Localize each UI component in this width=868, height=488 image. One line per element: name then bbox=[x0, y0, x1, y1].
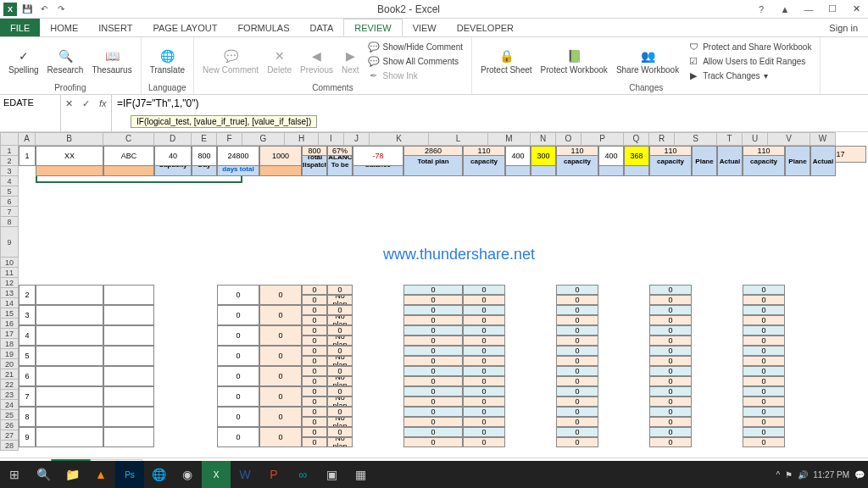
r5-c1[interactable]: 0 bbox=[463, 346, 505, 356]
r6-d1c2[interactable]: 0 bbox=[556, 376, 598, 386]
row-19[interactable]: 19 bbox=[0, 349, 19, 359]
r8-d2c[interactable]: 0 bbox=[649, 407, 692, 417]
clock[interactable]: 11:27 PM bbox=[813, 470, 849, 480]
share-workbook-button[interactable]: 👥Share Workbook bbox=[613, 46, 682, 76]
row-22[interactable]: 22 bbox=[0, 380, 19, 390]
r1-d2p[interactable]: 400 bbox=[598, 146, 624, 166]
ppt-icon[interactable]: P bbox=[259, 461, 288, 488]
data-tab[interactable]: DATA bbox=[300, 19, 344, 36]
r8-sch[interactable]: 0 bbox=[259, 407, 302, 427]
ps-icon[interactable]: Ps bbox=[115, 461, 144, 488]
sign-in-link[interactable]: Sign in bbox=[819, 19, 868, 36]
r8-no[interactable]: 8 bbox=[19, 407, 36, 427]
r6-mwd[interactable]: 0 bbox=[217, 366, 259, 386]
r6-c2[interactable]: 0 bbox=[463, 376, 505, 386]
r6-d1c[interactable]: 0 bbox=[556, 366, 598, 376]
r8-c1[interactable]: 0 bbox=[463, 407, 505, 417]
maximize-icon[interactable]: ☐ bbox=[821, 0, 844, 19]
r1-d2c2[interactable]: 110 bbox=[649, 146, 692, 156]
row-27[interactable]: 27 bbox=[0, 430, 19, 441]
r2-d1c[interactable]: 0 bbox=[556, 285, 598, 295]
col-J[interactable]: J bbox=[344, 132, 370, 146]
r8-d1c[interactable]: 0 bbox=[556, 407, 598, 417]
r2-part[interactable] bbox=[103, 285, 154, 305]
r8-c2[interactable]: 0 bbox=[463, 417, 505, 427]
row-16[interactable]: 16 bbox=[0, 319, 19, 329]
r9-d1c[interactable]: 0 bbox=[556, 427, 598, 437]
r3-d1c2[interactable]: 0 bbox=[556, 315, 598, 325]
r2-tp1[interactable]: 0 bbox=[403, 285, 463, 295]
r9-desc[interactable] bbox=[36, 427, 103, 447]
row-4[interactable]: 4 bbox=[0, 176, 19, 186]
row-10[interactable]: 10 bbox=[0, 258, 19, 268]
r8-bal1[interactable]: 0 bbox=[327, 407, 353, 417]
r4-bal2[interactable]: No plan bbox=[327, 336, 353, 346]
r2-bal2[interactable]: No plan bbox=[327, 295, 353, 305]
r1-desc[interactable]: XX bbox=[36, 146, 103, 166]
vlc-icon[interactable]: ▲ bbox=[86, 461, 115, 488]
r2-d2c2[interactable]: 0 bbox=[649, 295, 692, 305]
r7-td1[interactable]: 0 bbox=[302, 386, 327, 396]
r9-d2c2[interactable]: 0 bbox=[649, 437, 692, 447]
r7-sch[interactable]: 0 bbox=[259, 386, 302, 407]
col-F[interactable]: F bbox=[217, 132, 242, 146]
r2-tp2[interactable]: 0 bbox=[403, 295, 463, 305]
r3-d3c2[interactable]: 0 bbox=[743, 315, 785, 325]
tray-flag-icon[interactable]: ⚑ bbox=[785, 470, 793, 480]
r5-d3c2[interactable]: 0 bbox=[743, 356, 785, 366]
r8-td1[interactable]: 0 bbox=[302, 407, 327, 417]
r9-bal2[interactable]: No plan bbox=[327, 437, 353, 447]
browser-icon[interactable]: 🌐 bbox=[144, 461, 173, 488]
r9-tp1[interactable]: 0 bbox=[403, 427, 463, 437]
r3-d1c[interactable]: 0 bbox=[556, 305, 598, 315]
r3-c2[interactable]: 0 bbox=[463, 315, 505, 325]
row-15[interactable]: 15 bbox=[0, 308, 19, 319]
r1-part[interactable]: ABC bbox=[103, 146, 154, 166]
col-C[interactable]: C bbox=[103, 132, 154, 146]
r4-tp2[interactable]: 0 bbox=[403, 336, 463, 346]
r7-desc[interactable] bbox=[36, 386, 103, 407]
prev-comment-button[interactable]: ◀Previous bbox=[297, 46, 337, 76]
excel-task-icon[interactable]: X bbox=[202, 461, 231, 488]
r9-td2[interactable]: 0 bbox=[302, 437, 327, 447]
r5-mwd[interactable]: 0 bbox=[217, 346, 259, 366]
file-tab[interactable]: FILE bbox=[0, 19, 40, 36]
r1-d1c2[interactable]: 110 bbox=[556, 146, 598, 156]
r1-cap2[interactable]: 110 bbox=[463, 146, 505, 156]
row-23[interactable]: 23 bbox=[0, 390, 19, 400]
r1-td[interactable]: 800 bbox=[192, 146, 217, 166]
row-7[interactable]: 7 bbox=[0, 207, 19, 217]
r3-no[interactable]: 3 bbox=[19, 305, 36, 325]
r7-tp1[interactable]: 0 bbox=[403, 386, 463, 396]
redo-icon[interactable]: ↷ bbox=[54, 3, 68, 16]
r6-no[interactable]: 6 bbox=[19, 366, 36, 386]
col-T[interactable]: T bbox=[717, 132, 743, 146]
col-O[interactable]: O bbox=[556, 132, 581, 146]
r3-d2c2[interactable]: 0 bbox=[649, 315, 692, 325]
col-G[interactable]: G bbox=[242, 132, 285, 146]
row-14[interactable]: 14 bbox=[0, 298, 19, 308]
r8-tp1[interactable]: 0 bbox=[403, 407, 463, 417]
view-tab[interactable]: VIEW bbox=[403, 19, 447, 36]
r1-d1p[interactable]: 400 bbox=[505, 146, 531, 166]
r2-desc[interactable] bbox=[36, 285, 103, 305]
r4-mwd[interactable]: 0 bbox=[217, 325, 259, 346]
row-21[interactable]: 21 bbox=[0, 369, 19, 380]
r4-no[interactable]: 4 bbox=[19, 325, 36, 346]
r7-c1[interactable]: 0 bbox=[463, 386, 505, 396]
r9-tp2[interactable]: 0 bbox=[403, 437, 463, 447]
r1-sch[interactable]: 1000 bbox=[259, 146, 302, 166]
r6-c1[interactable]: 0 bbox=[463, 366, 505, 376]
d4-plane[interactable]: Plane bbox=[785, 146, 810, 176]
r4-d1c[interactable]: 0 bbox=[556, 325, 598, 336]
explorer-icon[interactable]: 📁 bbox=[58, 461, 86, 488]
col-S[interactable]: S bbox=[675, 132, 717, 146]
r8-d3c[interactable]: 0 bbox=[743, 407, 785, 417]
d3-act[interactable]: Actual bbox=[717, 146, 743, 176]
r2-sch[interactable]: 0 bbox=[259, 285, 302, 305]
r4-d2c2[interactable]: 0 bbox=[649, 336, 692, 346]
r6-bal2[interactable]: No plan bbox=[327, 376, 353, 386]
row-24[interactable]: 24 bbox=[0, 400, 19, 410]
row-6[interactable]: 6 bbox=[0, 197, 19, 207]
r4-tp1[interactable]: 0 bbox=[403, 325, 463, 336]
